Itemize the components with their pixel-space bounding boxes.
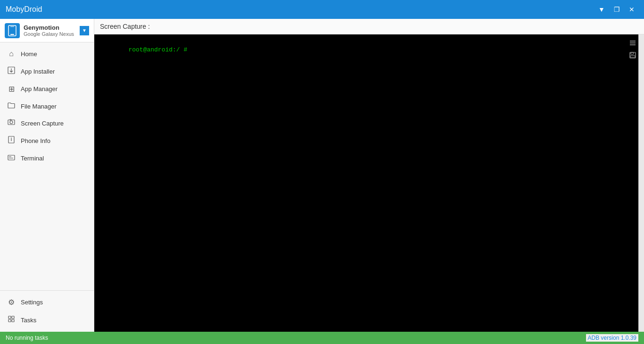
sidebar-item-app-manager[interactable]: ⊞ App Manager <box>0 80 94 98</box>
titlebar-left: MobyDroid <box>6 5 42 14</box>
close-button[interactable]: ✕ <box>625 3 638 16</box>
sidebar-label-home: Home <box>21 50 37 58</box>
adb-version: ADB version 1.0.39 <box>586 334 638 342</box>
terminal-output[interactable]: root@android:/ # <box>94 34 638 332</box>
device-header: Genymotion Google Galaxy Nexus ▼ <box>0 19 94 42</box>
sidebar-item-app-installer[interactable]: App Installer <box>0 62 94 80</box>
terminal-menu-icon[interactable] <box>628 38 637 48</box>
svg-rect-15 <box>12 316 14 319</box>
svg-rect-16 <box>8 319 11 322</box>
sidebar-item-terminal[interactable]: Terminal <box>0 150 94 167</box>
status-text: No running tasks <box>6 335 48 341</box>
bottom-nav: ⚙ Settings Tasks <box>0 290 94 332</box>
content-header: Screen Capture : <box>94 19 644 34</box>
svg-point-10 <box>11 137 11 138</box>
svg-rect-23 <box>630 56 635 58</box>
sidebar-label-screen-capture: Screen Capture <box>21 120 64 127</box>
home-icon: ⌂ <box>7 50 16 58</box>
sidebar-item-screen-capture[interactable]: Screen Capture <box>0 115 94 132</box>
svg-rect-17 <box>12 319 14 322</box>
content-title: Screen Capture : <box>100 23 150 30</box>
restore-button[interactable]: ❐ <box>610 3 623 16</box>
sidebar-item-home[interactable]: ⌂ Home <box>0 45 94 62</box>
sidebar-label-file-manager: File Manager <box>21 103 57 110</box>
svg-point-6 <box>10 121 13 124</box>
device-dropdown-button[interactable]: ▼ <box>80 26 89 35</box>
statusbar: No running tasks ADB version 1.0.39 <box>0 332 644 344</box>
svg-rect-2 <box>10 26 14 27</box>
svg-rect-14 <box>8 316 11 319</box>
app-title: MobyDroid <box>6 5 42 14</box>
titlebar-controls: ▼ ❐ ✕ <box>595 3 638 16</box>
minimize-button[interactable]: ▼ <box>595 3 608 16</box>
svg-rect-11 <box>8 155 15 160</box>
sidebar-label-tasks: Tasks <box>21 317 36 324</box>
titlebar: MobyDroid ▼ ❐ ✕ <box>0 0 644 19</box>
terminal-wrapper: root@android:/ # <box>94 34 644 332</box>
tasks-icon <box>7 315 16 325</box>
phone-info-icon <box>7 136 16 145</box>
sidebar-item-file-manager[interactable]: File Manager <box>0 98 94 115</box>
sidebar-label-app-manager: App Manager <box>21 85 58 92</box>
terminal-save-icon[interactable] <box>628 50 637 60</box>
terminal-actions <box>628 38 637 60</box>
device-model: Google Galaxy Nexus <box>24 31 80 37</box>
device-info: Genymotion Google Galaxy Nexus <box>24 24 80 37</box>
app-installer-icon <box>7 67 16 76</box>
sidebar-label-settings: Settings <box>21 299 43 306</box>
app-manager-icon: ⊞ <box>7 84 16 93</box>
scrollbar-track[interactable] <box>638 34 644 332</box>
sidebar-label-app-installer: App Installer <box>21 68 55 75</box>
nav-items: ⌂ Home App Installer ⊞ App Manager <box>0 42 94 290</box>
content-area: Screen Capture : root@android:/ # <box>94 19 644 332</box>
sidebar-item-settings[interactable]: ⚙ Settings <box>0 294 94 311</box>
sidebar-item-phone-info[interactable]: Phone Info <box>0 132 94 150</box>
file-manager-icon <box>7 102 16 110</box>
device-icon <box>5 23 20 38</box>
svg-rect-1 <box>10 34 14 35</box>
terminal-prompt: root@android:/ # <box>128 46 191 53</box>
terminal-icon <box>7 154 16 162</box>
screen-capture-icon <box>7 119 16 127</box>
sidebar-label-terminal: Terminal <box>21 155 44 162</box>
sidebar-label-phone-info: Phone Info <box>21 137 50 144</box>
main-layout: Genymotion Google Galaxy Nexus ▼ ⌂ Home <box>0 19 644 332</box>
settings-icon: ⚙ <box>7 298 16 307</box>
device-name: Genymotion <box>24 24 80 31</box>
sidebar-item-tasks[interactable]: Tasks <box>0 311 94 329</box>
sidebar: Genymotion Google Galaxy Nexus ▼ ⌂ Home <box>0 19 94 332</box>
